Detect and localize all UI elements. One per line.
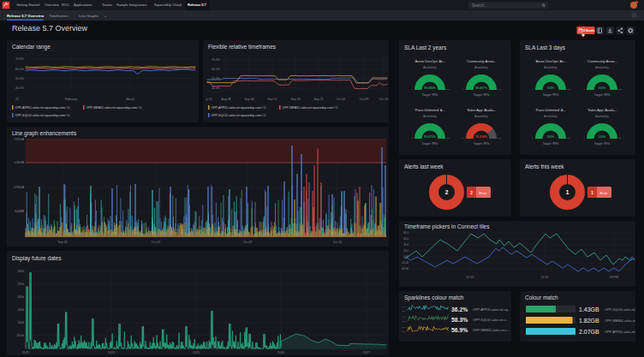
svg-text:OPP-WEB01.sales.int.squaredup.: OPP-WEB01.sales.int.squaredup.com / C: [283, 106, 339, 110]
svg-text:40.0%: 40.0% [212, 86, 220, 90]
svg-text:80.0: 80.0 [403, 231, 408, 235]
svg-text:Target: 99%: Target: 99% [594, 142, 611, 146]
svg-text:Sep 04: Sep 04 [244, 98, 253, 101]
svg-text:Alerts last week: Alerts last week [404, 164, 444, 170]
svg-text:Flexible relative timeframes: Flexible relative timeframes [208, 44, 277, 50]
svg-text:20.0: 20.0 [403, 249, 408, 253]
svg-text:150k: 150k [17, 308, 24, 312]
svg-text:100%: 100% [547, 135, 556, 139]
svg-text:OPP-WEB01.sales.int.squaredup.: OPP-WEB01.sales.int.squaredup.com / C: [86, 106, 143, 110]
svg-text:g 21: g 21 [206, 98, 212, 101]
svg-text:2027: 2027 [363, 351, 370, 354]
svg-text:'Sales App' Availa...: 'Sales App' Availa... [587, 108, 617, 112]
svg-text:2: 2 [445, 189, 449, 195]
svg-text:2026: 2026 [277, 351, 284, 354]
svg-text:02:45: 02:45 [541, 276, 549, 279]
svg-text:'Paris Unlimited' A...: 'Paris Unlimited' A... [414, 108, 444, 112]
svg-text:Availability: Availability [423, 66, 437, 69]
svg-text:50.0: 50.0 [402, 316, 407, 318]
svg-text:OPP-SQL01.sales.int.squaredup.: OPP-SQL01.sales.int.squaredup.com / C: [15, 114, 71, 117]
svg-text:Oct 09: Oct 09 [360, 98, 368, 101]
svg-text:SLA Last 3 days: SLA Last 3 days [525, 45, 566, 51]
svg-text:Colour match: Colour match [525, 295, 558, 300]
svg-text:Target: 99%: Target: 99% [594, 93, 611, 97]
svg-text:'Paris Unlimited' A...: 'Paris Unlimited' A... [535, 108, 565, 112]
svg-text:100: 100 [498, 88, 502, 91]
svg-text:50.0%: 50.0% [15, 77, 24, 80]
svg-text:100: 100 [498, 137, 502, 140]
svg-text:Target: 99%: Target: 99% [543, 93, 559, 97]
svg-text:500MB: 500MB [15, 210, 25, 213]
svg-text:99.456%: 99.456% [424, 86, 437, 90]
svg-text:Sep 11: Sep 11 [268, 98, 277, 101]
svg-text:Availability: Availability [544, 66, 558, 69]
svg-text:99.873%: 99.873% [424, 135, 437, 139]
svg-text:Target: 99%: Target: 99% [474, 93, 490, 97]
svg-text:70.0%: 70.0% [212, 58, 220, 62]
svg-text:1.43GB: 1.43GB [579, 306, 599, 312]
svg-text:1.95GB: 1.95GB [14, 138, 25, 141]
svg-text:50.0: 50.0 [402, 306, 407, 307]
svg-text:Availability: Availability [474, 115, 488, 118]
svg-text:Oct 09: Oct 09 [243, 241, 252, 244]
svg-text:Availability: Availability [423, 115, 437, 118]
svg-text:0: 0 [462, 88, 464, 91]
svg-text:2025: 2025 [193, 351, 200, 354]
svg-text:OPP-APP01.sales.int.squaredup.: OPP-APP01.sales.int.squaredup.com / C: [15, 106, 71, 110]
svg-text:Sparklines colour match: Sparklines colour match [404, 295, 464, 301]
svg-text:'Sales App' Availa...: 'Sales App' Availa... [467, 108, 497, 112]
svg-text:100%: 100% [547, 86, 556, 90]
svg-text:58.3%: 58.3% [451, 317, 468, 323]
svg-text:Availability: Availability [544, 115, 558, 118]
svg-text:Availability: Availability [595, 66, 609, 69]
svg-text:Oct 02: Oct 02 [337, 98, 345, 101]
svg-text:40.0%: 40.0% [15, 86, 24, 90]
svg-text:100k: 100k [17, 321, 24, 324]
svg-text:Target: 99%: Target: 99% [474, 142, 490, 146]
svg-text:Error: Error [600, 191, 609, 195]
svg-text:76.914%: 76.914% [475, 135, 488, 139]
svg-text:1.82GB: 1.82GB [579, 318, 599, 324]
svg-text:Display future dates: Display future dates [12, 255, 62, 262]
svg-text:OPP-WEB01.sales.int.s...: OPP-WEB01.sales.int.s... [473, 329, 510, 332]
svg-text:36.2%: 36.2% [451, 306, 468, 312]
svg-text:300k: 300k [17, 270, 24, 273]
svg-text:60.0: 60.0 [403, 237, 408, 241]
svg-text:100: 100 [567, 137, 571, 140]
svg-text:50.0%: 50.0% [212, 77, 220, 80]
svg-text:Error: Error [480, 191, 488, 195]
svg-text:-20.00: -20.00 [401, 261, 408, 265]
svg-text:60.0%: 60.0% [15, 68, 24, 71]
svg-text:OPP-APP01.sales.int.s: OPP-APP01.sales.int.s [605, 330, 635, 334]
svg-text:'Azure DevOps' Av...: 'Azure DevOps' Av... [414, 59, 445, 63]
svg-text:Oct 02: Oct 02 [152, 241, 160, 244]
svg-text:60.0%: 60.0% [212, 68, 220, 71]
svg-text:1.46GB: 1.46GB [14, 161, 25, 164]
svg-text:2.07GB: 2.07GB [579, 329, 599, 335]
svg-text:2024: 2024 [108, 351, 115, 354]
svg-text:03 PM: 03 PM [610, 276, 618, 279]
svg-text:100: 100 [618, 137, 623, 140]
svg-text:0.98GB: 0.98GB [14, 186, 25, 189]
svg-text:100: 100 [618, 88, 623, 91]
svg-text:99.457%: 99.457% [475, 86, 488, 90]
svg-text:OPP-APP01.sales.int.sq...: OPP-APP01.sales.int.sq... [473, 308, 510, 312]
svg-text:22: 22 [15, 98, 19, 101]
svg-text:OPP-SQL01.sales.int.squaredup.: OPP-SQL01.sales.int.squaredup.com / C: [212, 114, 267, 117]
svg-text:1: 1 [566, 189, 569, 195]
svg-text:33.2: 33.2 [402, 320, 407, 322]
svg-text:100: 100 [567, 88, 571, 91]
svg-text:02:30: 02:30 [467, 276, 474, 279]
svg-text:2023: 2023 [22, 351, 29, 354]
svg-text:0: 0 [411, 88, 413, 91]
svg-text:33.2: 33.2 [402, 310, 407, 312]
svg-text:33.2: 33.2 [402, 330, 407, 332]
svg-text:50.0: 50.0 [402, 326, 407, 328]
svg-text:Target: 99%: Target: 99% [422, 93, 438, 97]
svg-text:Availability: Availability [474, 66, 488, 69]
svg-text:Oct 16: Oct 16 [333, 241, 342, 244]
svg-text:Target: 99%: Target: 99% [543, 142, 559, 146]
svg-text:200k: 200k [17, 295, 24, 299]
svg-text:0: 0 [462, 137, 464, 140]
svg-text:Alerts this week: Alerts this week [525, 164, 564, 170]
